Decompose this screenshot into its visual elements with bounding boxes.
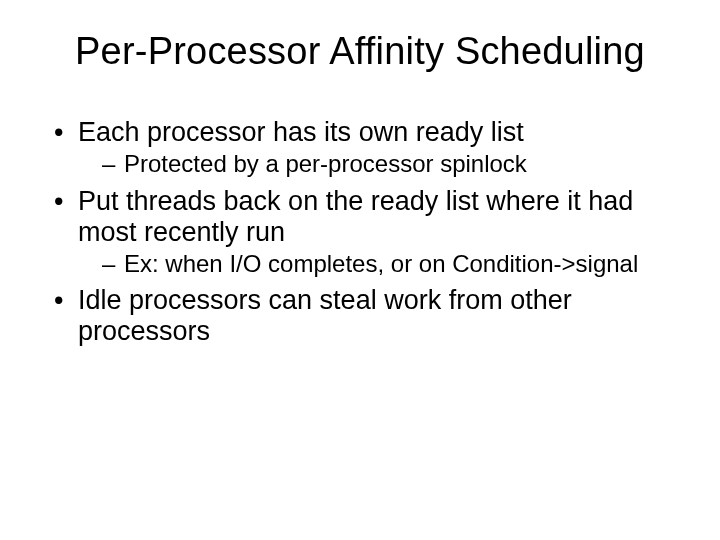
bullet-item: Idle processors can steal work from othe… — [48, 285, 672, 347]
slide: Per-Processor Affinity Scheduling Each p… — [0, 0, 720, 540]
bullet-item: Each processor has its own ready list Pr… — [48, 117, 672, 178]
slide-content: Each processor has its own ready list Pr… — [48, 117, 672, 347]
sub-bullet-item: Protected by a per-processor spinlock — [92, 150, 672, 178]
bullet-text: Idle processors can steal work from othe… — [78, 285, 572, 346]
sub-bullet-list: Ex: when I/O completes, or on Condition-… — [78, 250, 672, 278]
sub-bullet-list: Protected by a per-processor spinlock — [78, 150, 672, 178]
slide-title: Per-Processor Affinity Scheduling — [48, 30, 672, 73]
sub-bullet-item: Ex: when I/O completes, or on Condition-… — [92, 250, 672, 278]
bullet-text: Each processor has its own ready list — [78, 117, 524, 147]
bullet-list: Each processor has its own ready list Pr… — [48, 117, 672, 347]
bullet-item: Put threads back on the ready list where… — [48, 186, 672, 278]
bullet-text: Put threads back on the ready list where… — [78, 186, 633, 247]
